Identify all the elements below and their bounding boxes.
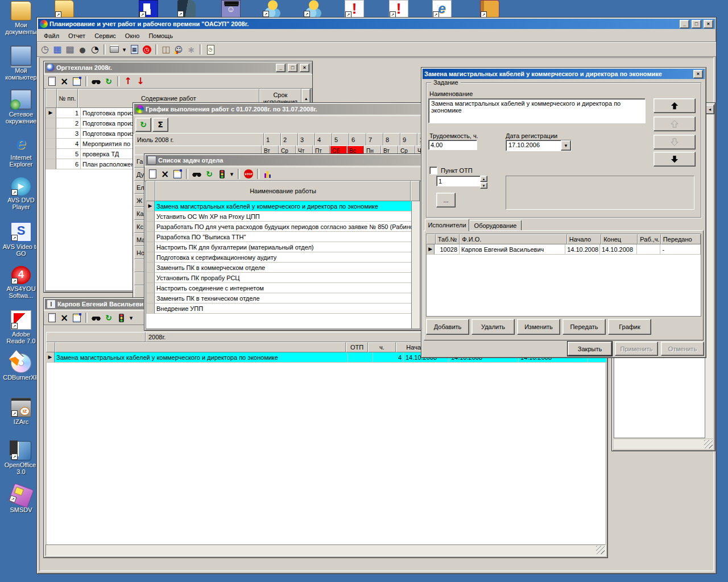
minimize-button[interactable]: _ <box>680 20 689 28</box>
day-number-cell[interactable]: 7 <box>366 133 383 147</box>
find-icon[interactable] <box>90 76 102 87</box>
otp-number-input[interactable] <box>436 176 482 186</box>
menu-item[interactable]: Отчет <box>64 31 90 41</box>
find-icon[interactable] <box>90 312 102 323</box>
traffic-light-icon[interactable] <box>115 312 127 323</box>
table-icon[interactable] <box>52 44 63 55</box>
address-book-icon[interactable] <box>480 0 499 18</box>
day-number-cell[interactable]: 2 <box>281 133 298 147</box>
scroll-left-button[interactable]: ◄ <box>705 105 714 114</box>
task-row[interactable]: Заменить ПК в техническом отделе <box>146 293 420 304</box>
cancel-button[interactable]: Отменить <box>661 342 704 356</box>
resize-grip[interactable] <box>704 440 713 448</box>
stopwatch-icon[interactable] <box>89 44 101 55</box>
close-button[interactable]: × <box>300 64 309 72</box>
column-header-start[interactable]: Начало <box>567 234 601 244</box>
dropdown-icon[interactable] <box>128 312 134 323</box>
new-document-icon[interactable] <box>46 312 57 323</box>
spin-down-icon[interactable]: ▼ <box>480 182 487 189</box>
day-number-cell[interactable]: 6 <box>349 133 366 147</box>
move-down-icon[interactable] <box>135 76 146 87</box>
desktop-icon[interactable]: Мои документы <box>2 1 40 35</box>
add-button[interactable]: Добавить <box>426 319 469 335</box>
dropdown-icon[interactable] <box>121 44 127 55</box>
task-row[interactable]: Разработать ПО для учета расходов будущи… <box>146 222 420 232</box>
separator[interactable] <box>257 169 259 179</box>
sphere-icon[interactable] <box>77 44 88 55</box>
apply-button[interactable]: Применить <box>615 342 658 356</box>
desktop-icon[interactable]: SMSDV <box>2 486 40 513</box>
weather-icon[interactable] <box>304 0 322 17</box>
sigma-icon[interactable] <box>152 118 168 132</box>
minimize-button[interactable]: _ <box>276 64 286 72</box>
maximize-button[interactable]: □ <box>288 64 297 72</box>
move-up-button[interactable] <box>653 117 696 131</box>
separator[interactable] <box>186 169 188 179</box>
menu-item[interactable]: Помощь <box>144 31 177 41</box>
task-name-input[interactable]: Замена магистральных кабелей у коммерчес… <box>428 98 646 123</box>
separator[interactable] <box>104 44 106 55</box>
properties-icon[interactable] <box>71 312 82 323</box>
horizontal-scrollbar[interactable] <box>614 439 713 449</box>
find-icon[interactable] <box>191 168 202 180</box>
column-header-fio[interactable]: Ф.И.О. <box>460 234 567 244</box>
column-header-tabno[interactable]: Таб.№ <box>436 234 460 244</box>
close-button[interactable]: × <box>704 20 713 28</box>
dark-app-icon[interactable] <box>177 0 196 17</box>
day-number-cell[interactable]: 3 <box>298 133 315 147</box>
delete-icon[interactable] <box>59 312 70 323</box>
otp-spinner[interactable]: ▲ ▼ <box>480 176 487 188</box>
desktop-icon[interactable]: AVS Video to GO <box>2 222 40 257</box>
transfer-button[interactable]: Передать <box>562 319 606 335</box>
task-row[interactable]: ▶ Замена магистральных кабелей у коммерч… <box>146 201 420 211</box>
calculator-icon[interactable] <box>129 44 140 55</box>
executor-row[interactable]: ▶ 10028 Карпов Евгений Васильевич 14.10.… <box>427 244 701 255</box>
close-icon[interactable]: × <box>693 70 703 78</box>
separator[interactable] <box>238 169 240 179</box>
spin-up-icon[interactable]: ▲ <box>480 176 487 182</box>
vertical-scrollbar[interactable]: ◄ <box>705 105 713 438</box>
resize-grip[interactable] <box>596 546 605 554</box>
alarm-clock-icon[interactable] <box>141 44 152 55</box>
alert-icon[interactable] <box>345 0 364 18</box>
new-document-icon[interactable] <box>147 168 158 180</box>
tab-equipment[interactable]: Оборудование <box>469 220 522 231</box>
reg-date-combobox[interactable]: 17.10.2006 ▼ <box>506 140 572 151</box>
move-up-icon[interactable] <box>122 76 134 87</box>
separator[interactable] <box>117 76 119 86</box>
move-down-button[interactable] <box>653 135 696 149</box>
separator[interactable] <box>85 76 88 86</box>
person-chart-icon[interactable] <box>173 44 184 55</box>
wizard-icon[interactable] <box>221 0 241 18</box>
tab-executors[interactable]: Исполнители <box>425 219 469 231</box>
column-header-otp[interactable]: ОТП <box>346 342 368 352</box>
task-row[interactable]: Внедрение УПП <box>146 304 420 314</box>
day-number-cell[interactable]: 1 <box>264 133 281 147</box>
move-first-button[interactable] <box>653 98 696 113</box>
desktop-icon[interactable]: Мой компьютер <box>2 45 40 81</box>
desktop-icon[interactable]: CDBurnerXP <box>2 354 40 381</box>
ie-document-icon[interactable] <box>432 0 452 18</box>
properties-icon[interactable] <box>172 168 183 180</box>
vertical-scrollbar[interactable] <box>411 201 420 329</box>
desktop-icon[interactable]: AVS DVD Player <box>2 177 40 210</box>
task-row[interactable]: Настроить ПК для бухгалтерии (материальн… <box>146 242 420 252</box>
task-row[interactable]: Заменить ПК в коммерческом отделе <box>146 263 420 273</box>
exit-icon[interactable] <box>160 44 172 55</box>
schedule-clock-icon[interactable] <box>39 44 51 55</box>
refresh-icon[interactable] <box>204 168 215 180</box>
delete-icon[interactable] <box>159 168 171 180</box>
desktop-icon[interactable]: Internet Explorer <box>2 135 40 168</box>
clipboard-clock-icon[interactable] <box>205 44 216 55</box>
separator[interactable] <box>85 313 88 323</box>
maximize-button[interactable]: □ <box>692 20 701 28</box>
refresh-icon[interactable] <box>103 76 114 87</box>
new-document-icon[interactable] <box>46 76 57 87</box>
chart-button[interactable]: График <box>608 319 651 335</box>
traffic-light-icon[interactable] <box>216 168 228 180</box>
hands-icon[interactable] <box>185 44 197 55</box>
properties-icon[interactable] <box>71 76 82 87</box>
menu-item[interactable]: Файл <box>39 31 64 41</box>
dropdown-icon[interactable] <box>229 168 235 180</box>
desktop-icon[interactable]: OpenOffice. 3.0 <box>2 441 40 475</box>
